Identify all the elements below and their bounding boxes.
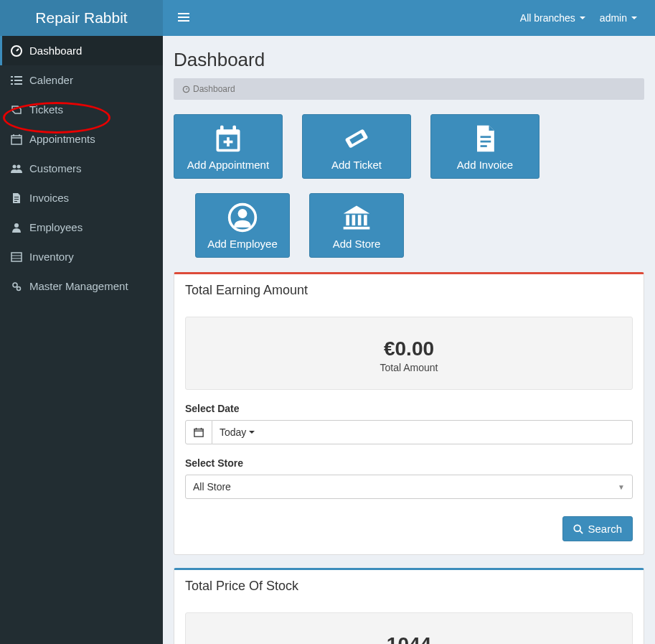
add-invoice-button[interactable]: Add Invoice <box>430 114 539 179</box>
svg-rect-18 <box>14 199 19 200</box>
total-amount-box: €0.00 Total Amount <box>185 317 633 390</box>
svg-point-39 <box>238 209 248 218</box>
add-appointment-button[interactable]: Add Appointment <box>174 114 283 179</box>
app-logo[interactable]: Repair Rabbit <box>0 0 163 36</box>
action-button-label: Add Appointment <box>187 159 269 171</box>
bank-icon <box>341 202 372 233</box>
svg-point-15 <box>13 164 17 168</box>
date-selector[interactable]: Today <box>212 420 633 444</box>
sidebar-item-dashboard[interactable]: Dashboard <box>0 36 163 65</box>
hamburger-icon <box>178 11 189 23</box>
svg-point-24 <box>13 283 17 287</box>
cogs-icon <box>11 281 22 292</box>
search-button[interactable]: Search <box>562 516 633 541</box>
sidebar-item-appointments[interactable]: Appointments <box>0 124 163 154</box>
svg-rect-5 <box>14 76 22 78</box>
sidebar-item-tickets[interactable]: Tickets <box>0 95 163 124</box>
search-icon <box>573 524 583 534</box>
sidebar-item-label: Customers <box>29 162 82 174</box>
stock-panel: Total Price Of Stock 1044 Total Quantity <box>174 568 644 644</box>
action-button-label: Add Employee <box>207 238 278 250</box>
svg-rect-6 <box>11 80 13 81</box>
sidebar-toggle-button[interactable] <box>174 7 194 29</box>
action-button-label: Add Store <box>333 238 381 250</box>
add-employee-button[interactable]: Add Employee <box>195 193 290 258</box>
svg-marker-40 <box>344 205 370 213</box>
panel-title: Total Earning Amount <box>174 274 644 307</box>
svg-rect-37 <box>481 145 487 147</box>
svg-point-50 <box>575 525 581 531</box>
ticket-icon <box>341 123 372 154</box>
svg-rect-21 <box>11 253 22 261</box>
svg-rect-9 <box>14 83 22 85</box>
date-value: Today <box>220 426 246 438</box>
sidebar-item-invoices[interactable]: Invoices <box>0 183 163 213</box>
svg-rect-0 <box>178 13 189 14</box>
svg-rect-35 <box>481 136 491 138</box>
svg-point-16 <box>17 164 21 168</box>
sidebar-item-label: Inventory <box>29 251 74 263</box>
sidebar-item-inventory[interactable]: Inventory <box>0 242 163 271</box>
svg-rect-29 <box>232 125 236 131</box>
calendar-plus-icon <box>212 123 244 154</box>
users-icon <box>11 163 22 174</box>
caret-down-icon <box>631 17 637 19</box>
svg-line-51 <box>580 531 583 533</box>
caret-down-icon <box>580 17 585 19</box>
caret-down-icon: ▼ <box>618 483 625 491</box>
date-label: Select Date <box>185 403 633 414</box>
svg-rect-44 <box>364 215 367 225</box>
svg-rect-17 <box>14 197 19 197</box>
sidebar-item-calender[interactable]: Calender <box>0 65 163 95</box>
dashboard-icon <box>182 85 190 93</box>
sidebar: Dashboard Calender Tickets Appointments … <box>0 36 163 644</box>
svg-rect-32 <box>224 140 233 143</box>
action-button-label: Add Ticket <box>331 159 382 171</box>
svg-rect-41 <box>346 215 349 225</box>
svg-rect-7 <box>14 80 22 81</box>
ticket-icon <box>11 104 22 116</box>
earning-panel: Total Earning Amount €0.00 Total Amount … <box>174 272 644 555</box>
sidebar-item-label: Calender <box>29 74 73 86</box>
calendar-addon[interactable] <box>185 420 212 444</box>
branch-selector-label: All branches <box>520 12 575 24</box>
svg-rect-8 <box>11 83 13 85</box>
add-store-button[interactable]: Add Store <box>309 193 404 258</box>
svg-point-20 <box>14 223 19 228</box>
breadcrumb: Dashboard <box>174 78 644 100</box>
svg-rect-1 <box>178 17 189 18</box>
sidebar-item-customers[interactable]: Customers <box>0 154 163 183</box>
file-icon <box>469 123 501 154</box>
add-ticket-button[interactable]: Add Ticket <box>302 114 411 179</box>
action-button-label: Add Invoice <box>457 159 513 171</box>
calendar-icon <box>194 427 204 437</box>
total-amount-label: Total Amount <box>193 362 625 373</box>
sidebar-item-label: Appointments <box>29 133 95 145</box>
svg-rect-4 <box>11 76 13 78</box>
total-quantity-value: 1044 <box>193 633 625 644</box>
dashboard-icon <box>11 45 22 57</box>
sidebar-item-label: Tickets <box>29 103 63 116</box>
store-value: All Store <box>193 481 231 493</box>
sidebar-item-master-management[interactable]: Master Management <box>0 271 163 301</box>
svg-rect-43 <box>358 215 362 225</box>
breadcrumb-text: Dashboard <box>193 84 235 94</box>
svg-rect-28 <box>220 125 224 131</box>
svg-point-25 <box>17 286 21 290</box>
panel-title: Total Price Of Stock <box>174 570 644 602</box>
user-menu-dropdown[interactable]: admin <box>593 5 644 31</box>
calendar-icon <box>11 134 22 145</box>
sidebar-item-employees[interactable]: Employees <box>0 213 163 242</box>
user-circle-icon <box>227 202 258 233</box>
sidebar-item-label: Master Management <box>29 280 128 292</box>
svg-rect-19 <box>14 201 17 202</box>
page-title: Dashboard <box>174 49 644 71</box>
branch-selector-dropdown[interactable]: All branches <box>513 5 593 31</box>
top-header: All branches admin <box>163 0 655 36</box>
caret-down-icon <box>249 431 255 434</box>
sidebar-item-label: Employees <box>29 221 83 233</box>
svg-point-10 <box>14 108 15 109</box>
store-selector[interactable]: All Store ▼ <box>185 475 633 499</box>
svg-rect-36 <box>481 140 491 142</box>
user-icon <box>11 222 22 233</box>
